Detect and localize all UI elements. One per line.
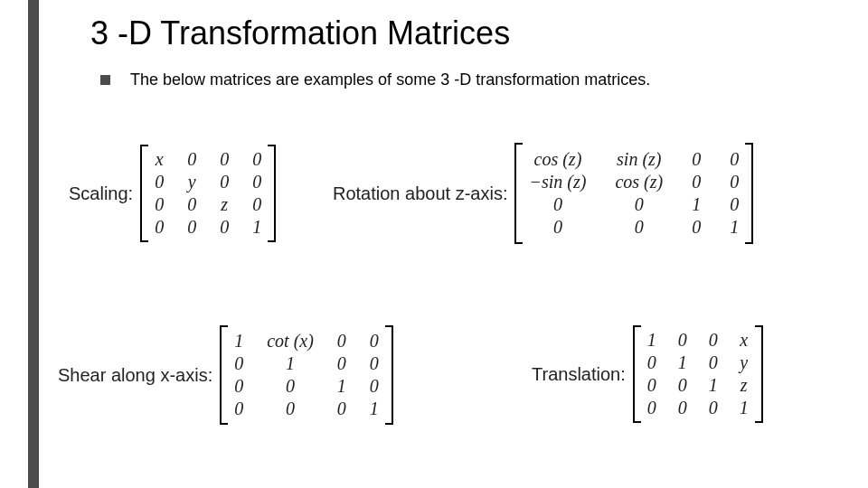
matrix-cell: 0 bbox=[182, 149, 202, 170]
slide: 3 -D Transformation Matrices The below m… bbox=[0, 0, 868, 488]
matrix-cell: 1 bbox=[280, 353, 300, 374]
bracket-left-icon bbox=[218, 325, 229, 425]
matrix-cell: 0 bbox=[332, 399, 352, 419]
matrix-cell: 0 bbox=[214, 149, 234, 170]
matrix-cell: 0 bbox=[332, 331, 352, 352]
matrix-cell: 0 bbox=[149, 194, 169, 215]
matrix-cell: 0 bbox=[182, 217, 202, 238]
bracket-left-icon bbox=[631, 325, 642, 423]
matrix-cell: z bbox=[735, 375, 753, 396]
matrix-cell: 0 bbox=[724, 194, 744, 215]
matrix-cell: 0 bbox=[642, 352, 662, 373]
matrix-cell: 0 bbox=[214, 217, 234, 238]
accent-bar bbox=[28, 0, 39, 488]
matrix-cell: 0 bbox=[229, 399, 249, 419]
matrix-cell: 0 bbox=[673, 375, 693, 396]
matrix-cell: 0 bbox=[642, 375, 662, 396]
matrix-cell: 0 bbox=[332, 353, 352, 374]
matrix-cell: 0 bbox=[364, 376, 384, 397]
matrix-rotation: cos (z) sin (z) 0 0 −sin (z) cos (z) 0 0… bbox=[524, 149, 744, 238]
matrix-cell: 1 bbox=[247, 217, 267, 238]
bullet-row: The below matrices are examples of some … bbox=[100, 70, 650, 89]
matrix-cell: 1 bbox=[229, 331, 249, 352]
matrix-cell: 0 bbox=[364, 353, 384, 374]
matrix-label-translation: Translation: bbox=[532, 364, 626, 385]
matrix-cell: 1 bbox=[332, 376, 352, 397]
matrix-cell: 0 bbox=[673, 398, 693, 418]
matrix-cell: 0 bbox=[703, 330, 723, 351]
matrix-cell: 0 bbox=[364, 331, 384, 352]
bullet-square-icon bbox=[100, 75, 110, 85]
matrix-label-shear: Shear along x-axis: bbox=[58, 365, 212, 386]
matrix-cell: 0 bbox=[280, 376, 300, 397]
matrix-cell: y bbox=[183, 172, 202, 192]
bullet-text: The below matrices are examples of some … bbox=[130, 70, 650, 89]
bracket-left-icon bbox=[513, 143, 524, 244]
matrix-cell: 0 bbox=[686, 217, 706, 238]
matrix-shear: 1 cot (x) 0 0 0 1 0 0 0 0 1 0 0 0 0 1 bbox=[229, 331, 384, 419]
matrix-cell: 0 bbox=[182, 194, 202, 215]
matrix-label-rotation: Rotation about z-axis: bbox=[333, 183, 507, 204]
matrix-label-scaling: Scaling: bbox=[69, 183, 133, 204]
matrix-cell: 0 bbox=[642, 398, 662, 418]
matrix-cell: −sin (z) bbox=[524, 172, 591, 192]
matrix-cell: 1 bbox=[724, 217, 744, 238]
matrix-cell: 1 bbox=[686, 194, 706, 215]
bracket-right-icon bbox=[267, 145, 278, 242]
matrix-cell: cot (x) bbox=[261, 331, 319, 352]
matrix-cell: 0 bbox=[629, 217, 649, 238]
matrix-cell: 0 bbox=[247, 172, 267, 192]
matrix-cell: 1 bbox=[703, 375, 723, 396]
matrix-cell: 0 bbox=[629, 194, 649, 215]
matrix-cell: 0 bbox=[229, 376, 249, 397]
matrix-cell: x bbox=[734, 330, 753, 351]
matrix-cell: 0 bbox=[229, 353, 249, 374]
matrix-cell: 0 bbox=[686, 172, 706, 192]
matrix-cell: x bbox=[150, 149, 169, 170]
slide-title: 3 -D Transformation Matrices bbox=[90, 14, 510, 52]
matrix-cell: cos (z) bbox=[609, 172, 668, 192]
matrix-cell: 0 bbox=[686, 149, 706, 170]
matrix-cell: 1 bbox=[364, 399, 384, 419]
matrix-block-scaling: Scaling: x 0 0 0 0 y 0 0 0 0 z 0 0 0 0 1 bbox=[69, 145, 278, 242]
matrix-cell: 1 bbox=[673, 352, 693, 373]
matrix-cell: 0 bbox=[703, 352, 723, 373]
matrix-cell: 0 bbox=[673, 330, 693, 351]
matrix-translation: 1 0 0 x 0 1 0 y 0 0 1 z 0 0 0 1 bbox=[642, 330, 754, 418]
matrix-cell: cos (z) bbox=[529, 149, 588, 170]
bracket-left-icon bbox=[138, 145, 149, 242]
matrix-block-rotation: Rotation about z-axis: cos (z) sin (z) 0… bbox=[333, 143, 755, 244]
matrix-cell: z bbox=[215, 194, 233, 215]
matrix-cell: 1 bbox=[642, 330, 662, 351]
matrix-scaling: x 0 0 0 0 y 0 0 0 0 z 0 0 0 0 1 bbox=[149, 149, 267, 238]
bracket-right-icon bbox=[754, 325, 765, 423]
matrix-cell: 0 bbox=[548, 194, 568, 215]
bracket-right-icon bbox=[744, 143, 755, 244]
matrix-cell: 0 bbox=[149, 172, 169, 192]
matrix-cell: 0 bbox=[724, 149, 744, 170]
matrix-cell: 1 bbox=[734, 398, 754, 418]
matrix-cell: 0 bbox=[247, 149, 267, 170]
matrix-cell: 0 bbox=[548, 217, 568, 238]
matrix-cell: sin (z) bbox=[611, 149, 666, 170]
matrix-cell: 0 bbox=[149, 217, 169, 238]
matrix-cell: 0 bbox=[280, 399, 300, 419]
matrix-block-shear: Shear along x-axis: 1 cot (x) 0 0 0 1 0 … bbox=[58, 325, 395, 425]
bracket-right-icon bbox=[384, 325, 395, 425]
matrix-cell: 0 bbox=[724, 172, 744, 192]
matrix-cell: 0 bbox=[247, 194, 267, 215]
matrix-cell: y bbox=[734, 352, 753, 373]
matrix-cell: 0 bbox=[214, 172, 234, 192]
matrix-block-translation: Translation: 1 0 0 x 0 1 0 y 0 0 1 z 0 0… bbox=[532, 325, 765, 423]
matrix-cell: 0 bbox=[703, 398, 723, 418]
